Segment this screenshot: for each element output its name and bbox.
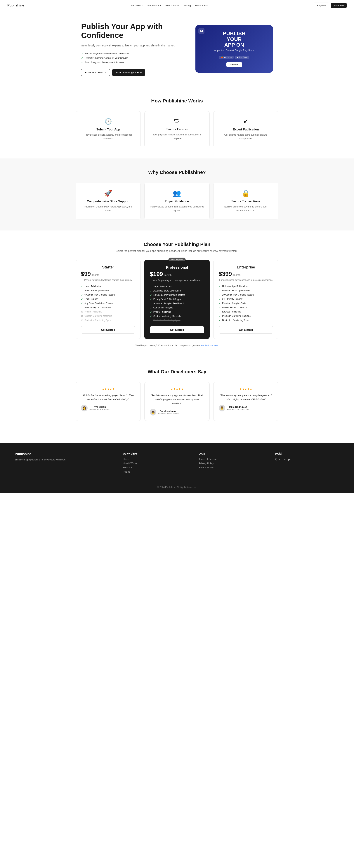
author-2: 👩 Sarah Johnson Fitness App Developer — [150, 409, 204, 415]
quote-1: "Publishine transformed my project launc… — [81, 393, 135, 401]
list-item: ✓Custom Marketing Materials — [150, 315, 204, 318]
request-demo-button[interactable]: Request a Demo → — [81, 69, 110, 76]
footer-link-home[interactable]: Home — [123, 458, 188, 460]
nav-how-it-works[interactable]: How it works — [166, 4, 179, 7]
nav-use-cases[interactable]: Use cases ▾ — [129, 4, 143, 7]
list-item: ✓Premium Marketing Package — [219, 315, 273, 317]
start-publishing-button[interactable]: Start Publishing for Free — [112, 69, 145, 76]
app-store-badge: 🍎 App Store — [219, 56, 234, 59]
plan-price-value: $199 — [150, 271, 163, 277]
step-3-desc: Our agents handle store submission and c… — [219, 133, 273, 141]
why-1-title: Comprehensive Store Support — [81, 200, 135, 203]
list-item: ✕Dedicated Publishing Agent — [150, 319, 204, 322]
get-started-enterprise-button[interactable]: Get Started — [219, 326, 273, 334]
plan-price-value: $399 — [219, 271, 232, 277]
hero-title: Publish Your App with Confidence — [81, 22, 188, 40]
linkedin-icon[interactable]: in — [279, 458, 282, 461]
x-icon: ✕ — [81, 319, 83, 322]
plan-features-professional: ✓3 App Publications ✓Advanced Store Opti… — [150, 285, 204, 322]
list-item: ✕Dedicated Publishing Agent — [81, 319, 135, 322]
step-1-desc: Provide app details, assets, and promoti… — [81, 133, 135, 141]
list-item: ✓Priority Publishing — [150, 311, 204, 313]
list-item: ✓Premium Store Optimization — [219, 289, 273, 292]
hero-publish-button[interactable]: Publish — [226, 62, 242, 67]
hero-check-text-3: Fast, Easy, and Transparent Process — [85, 61, 124, 64]
twitter-icon[interactable]: 𝕏 — [274, 458, 277, 461]
hero-check-2: ✓ Expert Publishing Agents at Your Servi… — [81, 57, 188, 60]
footer-divider — [15, 482, 339, 482]
register-button[interactable]: Register — [314, 3, 329, 8]
footer-link-terms[interactable]: Terms of Service — [199, 458, 263, 460]
author-name-3: Mike Rodriguez — [227, 406, 249, 408]
stars-2: ★★★★★ — [150, 387, 204, 391]
footer-link-refund[interactable]: Refund Policy — [199, 466, 263, 469]
check-icon: ✓ — [219, 289, 221, 292]
footer-copyright: © 2024 Publishine. All Rights Reserved. — [15, 486, 339, 489]
chevron-icon: ▾ — [207, 4, 208, 6]
chevron-icon: ▾ — [142, 4, 143, 6]
pricing-card-starter: Starter $99 /month Perfect for indie dev… — [76, 260, 141, 339]
hero-left: Publish Your App with Confidence Seamles… — [81, 22, 188, 76]
nav-actions: Register Start free — [314, 3, 347, 8]
why-2-desc: Personalized support from experienced pu… — [150, 205, 204, 213]
start-free-button[interactable]: Start free — [331, 3, 347, 8]
youtube-icon[interactable]: ▶ — [288, 458, 290, 461]
footer-social-title: Social — [274, 452, 339, 455]
testimonials: ★★★★★ "Publishine transformed my project… — [76, 382, 278, 421]
list-item: ✓Basic Analytics Dashboard — [81, 306, 135, 309]
stars-3: ★★★★★ — [219, 387, 273, 391]
pricing-card-enterprise: Enterprise $399 /month For established d… — [213, 260, 278, 339]
list-item: ✓Market Research Reports — [219, 306, 273, 309]
testimonial-cards: ★★★★★ "Publishine transformed my project… — [76, 382, 278, 421]
check-icon: ✓ — [219, 310, 221, 313]
list-item: ✓Premium Analytics Suite — [219, 302, 273, 305]
list-item: ✓Dedicated Publishing Team — [219, 319, 273, 322]
check-icon: ✓ — [219, 302, 221, 305]
nav-integrations[interactable]: Integrations ▾ — [147, 4, 161, 7]
list-item: ✓24/7 Priority Support — [219, 298, 273, 301]
popular-badge: Most Popular — [169, 257, 186, 261]
why-3-desc: Escrow-protected payments ensure your in… — [219, 205, 273, 213]
why-2-title: Expert Guidance — [150, 200, 204, 203]
footer-link-pricing[interactable]: Pricing — [123, 470, 188, 473]
footer-link-privacy[interactable]: Privacy Policy — [199, 462, 263, 465]
store-badges: 🍎 App Store ▶ Play Store — [219, 56, 249, 59]
footer-quicklinks: Quick Links Home How It Works Features P… — [123, 452, 188, 475]
nav-pricing[interactable]: Pricing — [183, 4, 191, 7]
avatar-2: 👩 — [150, 409, 156, 415]
navbar: Publishine Use cases ▾ Integrations ▾ Ho… — [0, 0, 354, 11]
check-icon: ✓ — [219, 315, 221, 317]
check-icon: ✓ — [219, 319, 221, 322]
testimonial-card-2: ★★★★★ "Publishine made my app launch sea… — [144, 382, 209, 421]
x-icon: ✕ — [81, 310, 83, 313]
email-icon[interactable]: ✉ — [284, 458, 286, 461]
get-started-starter-button[interactable]: Get Started — [81, 326, 135, 334]
get-started-professional-button[interactable]: Get Started — [150, 326, 204, 333]
footer-link-how-it-works[interactable]: How It Works — [123, 462, 188, 465]
footer-link-features[interactable]: Features — [123, 466, 188, 469]
contact-team-link[interactable]: contact our team — [201, 344, 219, 347]
plan-desc-starter: Perfect for indie developers starting th… — [81, 278, 135, 282]
author-role-1: E-commerce Specialist — [89, 408, 110, 410]
nav-resources[interactable]: Resources ▾ — [195, 4, 208, 7]
check-icon: ✓ — [150, 298, 152, 301]
pricing-note: Need help choosing? Check out our plan c… — [7, 344, 347, 347]
shield-icon: 🛡 — [150, 118, 204, 125]
how-it-works-section: How Publishine Works 🕐 Submit Your App P… — [0, 87, 354, 159]
check-icon: ✓ — [150, 285, 152, 288]
check-icon: ✓ — [150, 311, 152, 313]
lock-icon: 🔒 — [219, 189, 273, 197]
pricing-card-professional: Most Popular Professional $199 /month Id… — [144, 260, 210, 339]
check-icon: ✓ — [150, 289, 152, 292]
list-item: ✓Email Support — [81, 298, 135, 301]
author-role-3: Education Tech Founder — [227, 408, 249, 410]
how-step-2: 🛡 Secure Escrow Your payment is held saf… — [144, 111, 209, 148]
plan-price-unit: /month — [233, 273, 241, 276]
nav-links: Use cases ▾ Integrations ▾ How it works … — [129, 4, 208, 7]
testimonials-title: What Our Developers Say — [7, 369, 347, 375]
quote-2: "Publishine made my app launch seamless.… — [150, 393, 204, 406]
hero-image-stores: Apple App Store & Google Play Store — [214, 49, 254, 52]
x-icon: ✕ — [150, 319, 152, 322]
check-circle-icon: ✔ — [219, 118, 273, 125]
nav-logo: Publishine — [7, 3, 24, 7]
